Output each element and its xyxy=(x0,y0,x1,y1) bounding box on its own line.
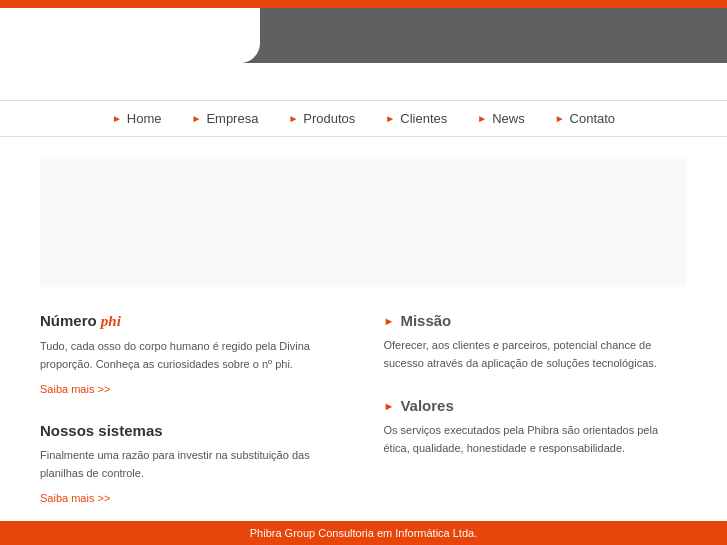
right-column: ► Missão Oferecer, aos clientes e parcei… xyxy=(384,312,688,531)
nav-arrow-contato: ► xyxy=(555,113,565,124)
section-nossos-sistemas: Nossos sistemas Finalmente uma razão par… xyxy=(40,422,344,506)
slider-area xyxy=(40,157,687,287)
nav-item-contato[interactable]: ► Contato xyxy=(555,111,615,126)
read-more-phi[interactable]: Saiba mais >> xyxy=(40,383,110,395)
main-content: Número phi Tudo, cada osso do corpo huma… xyxy=(0,137,727,545)
footer-text: Phibra Group Consultoria em Informática … xyxy=(250,527,477,539)
nav-arrow-home: ► xyxy=(112,113,122,124)
footer: Phibra Group Consultoria em Informática … xyxy=(0,521,727,545)
nav-arrow-clientes: ► xyxy=(385,113,395,124)
section-text-missao: Oferecer, aos clientes e parceiros, pote… xyxy=(384,337,688,372)
nav-item-news[interactable]: ► News xyxy=(477,111,524,126)
valores-arrow-icon: ► xyxy=(384,400,395,412)
nav-arrow-produtos: ► xyxy=(288,113,298,124)
section-title-missao-wrapper: ► Missão xyxy=(384,312,688,329)
section-title-valores: Valores xyxy=(400,397,453,414)
nav-label-contato: Contato xyxy=(570,111,616,126)
nav-item-empresa[interactable]: ► Empresa xyxy=(191,111,258,126)
header-inner xyxy=(0,8,727,100)
section-title-valores-wrapper: ► Valores xyxy=(384,397,688,414)
nav-label-clientes: Clientes xyxy=(400,111,447,126)
read-more-sistemas[interactable]: Saiba mais >> xyxy=(40,492,110,504)
section-text-phi: Tudo, cada osso do corpo humano é regido… xyxy=(40,338,344,373)
nav-label-empresa: Empresa xyxy=(206,111,258,126)
nav-list: ► Home ► Empresa ► Produtos ► Clientes ►… xyxy=(0,111,727,126)
nav-item-produtos[interactable]: ► Produtos xyxy=(288,111,355,126)
two-col-layout: Número phi Tudo, cada osso do corpo huma… xyxy=(40,312,687,531)
nav-label-produtos: Produtos xyxy=(303,111,355,126)
section-text-sistemas: Finalmente uma razão para investir na su… xyxy=(40,447,344,482)
nav-label-news: News xyxy=(492,111,525,126)
section-title-sistemas: Nossos sistemas xyxy=(40,422,344,439)
missao-arrow-icon: ► xyxy=(384,315,395,327)
section-title-numero-phi: Número phi xyxy=(40,312,344,330)
nav-item-clientes[interactable]: ► Clientes xyxy=(385,111,447,126)
nav-label-home: Home xyxy=(127,111,162,126)
nav-arrow-news: ► xyxy=(477,113,487,124)
section-title-numero: Número xyxy=(40,312,101,329)
header xyxy=(0,0,727,100)
header-white-tab xyxy=(0,8,260,63)
section-title-phi-italic: phi xyxy=(101,313,121,329)
section-text-valores: Os serviços executados pela Phibra são o… xyxy=(384,422,688,457)
section-valores: ► Valores Os serviços executados pela Ph… xyxy=(384,397,688,457)
section-title-missao: Missão xyxy=(400,312,451,329)
nav-arrow-empresa: ► xyxy=(191,113,201,124)
main-navigation: ► Home ► Empresa ► Produtos ► Clientes ►… xyxy=(0,100,727,137)
left-column: Número phi Tudo, cada osso do corpo huma… xyxy=(40,312,344,531)
section-missao: ► Missão Oferecer, aos clientes e parcei… xyxy=(384,312,688,372)
nav-item-home[interactable]: ► Home xyxy=(112,111,162,126)
section-numero-phi: Número phi Tudo, cada osso do corpo huma… xyxy=(40,312,344,397)
top-orange-bar xyxy=(0,0,727,8)
